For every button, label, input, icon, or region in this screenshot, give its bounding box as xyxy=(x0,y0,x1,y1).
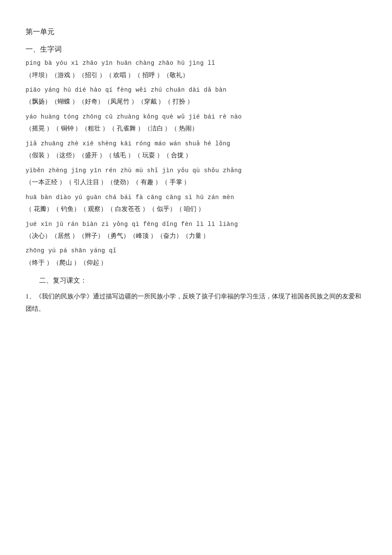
char-row-6: （决心）（居然 ）（辫子）（勇气）（峰顶 ）（奋力）（力量 ） xyxy=(26,230,366,242)
char-row-0: （坪坝）（游戏 ）（招引 ）（ 欢唱 ）（ 招呼 ）（敬礼） xyxy=(26,69,366,81)
pinyin-row-2: yáo huàng tóng zhōng cū zhuàng kǒng què … xyxy=(26,112,366,121)
char-row-3: （假装 ）（这些）（盛开 ）（ 绒毛 ）（ 玩耍 ）（ 合拢 ） xyxy=(26,149,366,162)
review-item-0: 1、《我们的民族小学》通过描写边疆的一所民族小学，反映了孩子们幸福的学习生活，体… xyxy=(26,290,366,315)
char-row-5: （ 花瓣）（ 钓鱼）（ 观察）（ 白发苍苍 ）（ 似乎）（ 咱们 ） xyxy=(26,203,366,215)
pinyin-row-6: jué xīn jū rán biàn zi yǒng qì fēng dǐng… xyxy=(26,220,366,229)
char-row-1: （飘扬）（蝴蝶 ）（好奇）（凤尾竹 ）（穿戴 ）（ 打扮 ） xyxy=(26,95,366,108)
char-row-4: （一本正经 ）（ 引人注目 ）（使劲）（ 有趣 ）（ 手掌 ） xyxy=(26,176,366,188)
unit-title: 第一单元 xyxy=(26,26,366,39)
pinyin-row-0: píng bà yóu xì zhāo yīn huān chàng zhāo … xyxy=(26,58,366,68)
section2-title: 二、复习课文： xyxy=(26,275,366,287)
pinyin-row-7: zhōng yú pá shān yáng qǐ xyxy=(26,246,366,255)
char-row-2: （摇晃 ）（ 铜钟 ）（粗壮 ）（ 孔雀舞 ）（洁白 ）（ 热闹） xyxy=(26,122,366,135)
pinyin-row-4: yìběn zhèng jīng yīn rén zhù mù shǐ jìn … xyxy=(26,166,366,175)
pinyin-row-3: jiǎ zhuāng zhè xiē shèng kāi róng máo wá… xyxy=(26,139,366,148)
char-row-7: （终于 ）（爬山 ）（仰起 ） xyxy=(26,257,366,269)
pinyin-row-1: piāo yáng hú dié hào qí fèng wěi zhú chu… xyxy=(26,85,366,95)
section1-title: 一、生字词 xyxy=(26,43,366,56)
pinyin-row-5: huā bàn diào yú guān chá bái fà cāng cān… xyxy=(26,193,366,202)
